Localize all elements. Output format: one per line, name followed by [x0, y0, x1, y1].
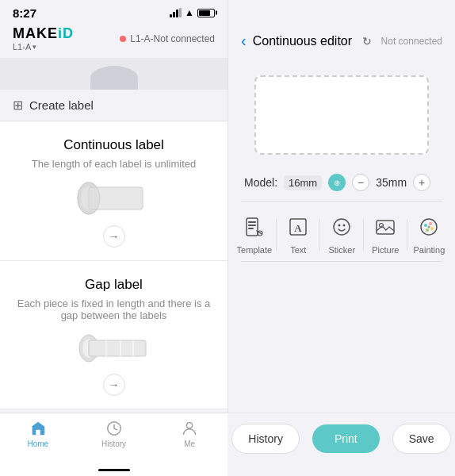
gap-roll-icon: [75, 332, 154, 364]
logo-make: MAKE: [13, 25, 58, 41]
bottom-nav: Home History Me: [0, 413, 228, 476]
svg-point-28: [430, 227, 434, 230]
status-time: 8:27: [13, 6, 36, 20]
wifi-icon: ▲: [185, 7, 194, 18]
text-label: Text: [290, 245, 306, 255]
logo-id: iD: [58, 25, 74, 41]
tool-template[interactable]: Template: [237, 213, 273, 255]
nav-item-me[interactable]: Me: [151, 420, 228, 448]
not-connected-label: Not connected: [381, 36, 442, 47]
nav-item-home[interactable]: Home: [0, 420, 76, 448]
history-button[interactable]: History: [231, 424, 300, 454]
continuous-label-title: Continuous label: [13, 137, 215, 153]
continuous-label-card[interactable]: Continuous label The length of each labe…: [0, 121, 228, 261]
svg-point-26: [424, 224, 427, 227]
template-icon: [240, 213, 269, 241]
nav-item-history[interactable]: History: [76, 420, 152, 448]
svg-rect-23: [377, 221, 394, 234]
tool-text[interactable]: A Text: [281, 213, 315, 255]
right-header: ‹ Continuous editor ↻ Not connected: [228, 0, 455, 60]
painting-icon: [415, 213, 443, 241]
tool-div-2: [319, 219, 320, 251]
right-bottom: History Print Save: [228, 262, 455, 476]
tools-row: Template A Text: [228, 202, 455, 261]
gap-label-arrow[interactable]: →: [13, 374, 215, 396]
model-minus-button[interactable]: −: [352, 174, 369, 191]
gap-label-card[interactable]: Gap label Each piece is fixed in length …: [0, 261, 228, 409]
svg-rect-16: [248, 228, 254, 229]
gap-label-desc: Each piece is fixed in length and there …: [13, 298, 215, 321]
logo-container: MAKEiD L1-A: [13, 25, 74, 52]
save-button[interactable]: Save: [392, 424, 451, 454]
status-bar: 8:27 ▲: [0, 0, 228, 22]
picture-icon: [371, 213, 400, 241]
model-size: 16mm: [284, 175, 322, 190]
back-button[interactable]: ‹: [241, 32, 247, 50]
tool-div-1: [276, 219, 277, 251]
sticker-icon: [327, 213, 356, 241]
create-label-bar[interactable]: ⊞ Create label: [0, 90, 228, 121]
tool-div-4: [407, 219, 407, 251]
svg-rect-6: [89, 340, 146, 356]
create-label-text: Create label: [29, 98, 94, 112]
svg-rect-14: [248, 221, 256, 223]
me-icon: [181, 420, 198, 437]
gap-arrow-icon[interactable]: →: [103, 374, 125, 396]
svg-text:A: A: [295, 222, 303, 234]
connection-text: L1-A-Not connected: [130, 33, 215, 44]
left-panel: 8:27 ▲ MAKEiD L1-A L1-A-Not connected: [0, 0, 228, 476]
picture-label: Picture: [372, 245, 399, 255]
sticker-label: Sticker: [328, 245, 355, 255]
svg-point-21: [338, 225, 341, 227]
tool-sticker[interactable]: Sticker: [324, 213, 359, 255]
continuous-label-arrow[interactable]: →: [13, 225, 215, 248]
model-plus-button[interactable]: +: [413, 174, 430, 191]
svg-point-20: [334, 219, 350, 235]
svg-point-29: [426, 228, 429, 232]
connection-dot-icon: [120, 36, 126, 42]
template-label: Template: [237, 245, 273, 255]
continuous-arrow-icon[interactable]: →: [103, 225, 125, 248]
text-icon: A: [284, 213, 312, 241]
gap-label-illustration: [13, 332, 215, 364]
status-icons: ▲: [170, 7, 215, 18]
canvas-area[interactable]: [228, 60, 455, 167]
svg-point-30: [428, 226, 430, 228]
connection-status: L1-A-Not connected: [120, 33, 215, 44]
continuous-label-illustration: [13, 181, 215, 216]
home-indicator: [98, 469, 130, 471]
nav-label-me: Me: [184, 440, 195, 448]
svg-point-22: [343, 225, 346, 227]
print-button[interactable]: Print: [312, 424, 380, 453]
history-icon: [105, 420, 123, 437]
signal-bars-icon: [170, 8, 182, 17]
create-label-icon: ⊞: [13, 98, 23, 113]
svg-point-27: [429, 222, 432, 225]
model-row: Model: 16mm ⊕ − 35mm +: [228, 167, 455, 201]
scroll-preview: [0, 58, 228, 90]
model-teal-button[interactable]: ⊕: [328, 174, 346, 191]
model-icon: ⊕: [334, 178, 340, 187]
painting-label: Painting: [414, 245, 445, 255]
model-value: 35mm: [376, 176, 407, 189]
gap-label-title: Gap label: [13, 277, 215, 293]
app-logo: MAKEiD: [13, 25, 74, 42]
tool-painting[interactable]: Painting: [411, 213, 446, 255]
device-label[interactable]: L1-A: [13, 42, 36, 52]
svg-point-12: [187, 423, 193, 428]
svg-rect-15: [248, 225, 256, 226]
nav-label-home: Home: [27, 440, 48, 448]
tool-picture[interactable]: Picture: [368, 213, 403, 255]
bottom-actions: History Print Save: [228, 413, 455, 476]
svg-point-3: [78, 182, 100, 214]
label-canvas[interactable]: [254, 75, 429, 155]
nav-label-history: History: [101, 440, 126, 448]
model-label: Model:: [244, 176, 277, 189]
sync-icon: ↻: [362, 35, 372, 48]
tool-div-3: [363, 219, 364, 251]
right-panel: ‹ Continuous editor ↻ Not connected Mode…: [228, 0, 455, 476]
home-icon: [29, 420, 47, 437]
battery-icon: [197, 9, 215, 17]
continuous-label-desc: The length of each label is unlimited: [13, 158, 215, 170]
svg-rect-13: [247, 218, 258, 236]
